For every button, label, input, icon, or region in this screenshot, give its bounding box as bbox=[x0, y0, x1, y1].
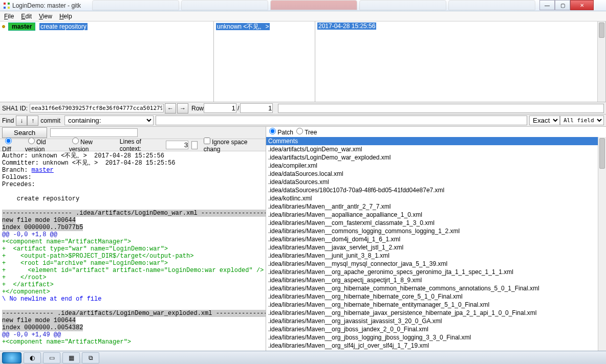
commit-graph-panel[interactable]: master create repository bbox=[0, 21, 214, 102]
diff-radio[interactable]: Diff bbox=[2, 138, 22, 153]
row-current-input[interactable] bbox=[204, 103, 236, 113]
close-button[interactable]: ✕ bbox=[570, 0, 594, 10]
old-version-radio[interactable]: Old version bbox=[25, 138, 66, 153]
file-list-item[interactable]: .idea/libraries/Maven__org_aspectj_aspec… bbox=[266, 276, 606, 284]
lines-of-context-input[interactable] bbox=[166, 141, 188, 149]
file-list-item[interactable]: .idea/libraries/Maven__org_slf4j_jcl_ove… bbox=[266, 342, 606, 350]
branch-link[interactable]: master bbox=[32, 167, 54, 174]
nav-back-button[interactable]: ← bbox=[165, 103, 176, 113]
file-list-header[interactable]: Comments bbox=[266, 137, 606, 145]
menu-edit[interactable]: Edit bbox=[21, 13, 32, 20]
find-next-button[interactable]: ↓ bbox=[16, 116, 27, 126]
lines-of-context-label: Lines of context: bbox=[120, 138, 163, 152]
minimize-button[interactable]: — bbox=[539, 0, 555, 10]
file-list-item[interactable]: .idea/artifacts/LoginDemo_war.xml bbox=[266, 145, 606, 153]
task-gitk-icon[interactable]: ⧉ bbox=[82, 352, 99, 363]
file-list-item[interactable]: .idea/libraries/Maven__org_hibernate_hib… bbox=[266, 301, 606, 309]
sha-extra-field[interactable] bbox=[278, 104, 604, 113]
diff-view[interactable]: Author: unknown <不见。> 2017-04-28 15:25:5… bbox=[0, 151, 266, 351]
file-list-item[interactable]: .idea/libraries/Maven__mysql_mysql_conne… bbox=[266, 260, 606, 268]
nav-forward-button[interactable]: → bbox=[177, 103, 188, 113]
file-list-pane: Patch Tree Comments .idea/artifacts/Logi… bbox=[266, 127, 606, 351]
commit-dot-icon bbox=[2, 25, 5, 28]
tree-radio[interactable]: Tree bbox=[296, 128, 317, 136]
commit-panels: master create repository unknown <不见。> 2… bbox=[0, 21, 606, 102]
search-button[interactable]: Search bbox=[2, 127, 47, 138]
diff-options-row: Diff Old version New version Lines of co… bbox=[0, 139, 266, 151]
svg-rect-0 bbox=[4, 3, 6, 5]
find-prev-button[interactable]: ↑ bbox=[27, 116, 38, 126]
sha-label: SHA1 ID: bbox=[2, 105, 28, 112]
find-label: Find bbox=[2, 117, 14, 124]
row-sep: / bbox=[237, 105, 239, 112]
start-button[interactable] bbox=[2, 352, 21, 363]
file-list-item[interactable]: .idea/artifacts/LoginDemo_war_exploded.x… bbox=[266, 153, 606, 162]
find-mode-select[interactable]: containing: bbox=[64, 116, 154, 125]
menu-file[interactable]: File bbox=[4, 13, 14, 20]
file-list-item[interactable]: .idea/libraries/Maven__org_hibernate_hib… bbox=[266, 292, 606, 301]
file-list-item[interactable]: .idea/dataSources.xml bbox=[266, 178, 606, 186]
task-chrome-icon[interactable]: ◐ bbox=[24, 352, 41, 363]
file-list-item[interactable]: .idea/libraries/Maven__javax_servlet_jst… bbox=[266, 243, 606, 252]
menubar: File Edit View Help bbox=[0, 11, 606, 21]
titlebar: LoginDemo: master - gitk — ▢ ✕ bbox=[0, 0, 606, 11]
file-list-item[interactable]: .idea/kotlinc.xml bbox=[266, 194, 606, 202]
date-cell: 2017-04-28 15:25:56 bbox=[317, 22, 376, 30]
diff-pane: Search Diff Old version New version Line… bbox=[0, 127, 266, 351]
find-match-select[interactable]: Exact bbox=[529, 116, 560, 125]
find-row: Find ↓ ↑ commit containing: Exact All fi… bbox=[0, 115, 606, 127]
author-panel[interactable]: unknown <不见。> bbox=[214, 21, 315, 102]
svg-rect-2 bbox=[4, 7, 6, 9]
commit-message[interactable]: create repository bbox=[39, 23, 87, 30]
row-label: Row bbox=[191, 105, 204, 112]
menu-view[interactable]: View bbox=[39, 13, 52, 20]
file-list-item[interactable]: .idea/dataSources/180c107d-70a9-48f6-bd0… bbox=[266, 186, 606, 194]
file-list-item[interactable]: .idea/libraries/Maven__aopalliance_aopal… bbox=[266, 211, 606, 219]
file-list-item[interactable]: .idea/compiler.xml bbox=[266, 162, 606, 170]
file-list-item[interactable]: .idea/libraries/Maven__org_hibernate_com… bbox=[266, 284, 606, 292]
row-total-input[interactable] bbox=[240, 103, 273, 113]
sha-input[interactable] bbox=[30, 104, 164, 112]
menu-help[interactable]: Help bbox=[59, 13, 72, 20]
file-list-item[interactable]: .idea/libraries/Maven__org_jboss_jandex_… bbox=[266, 325, 606, 333]
file-list-item[interactable]: .idea/libraries/Maven__commons_logging_c… bbox=[266, 227, 606, 235]
task-app-icon[interactable]: ▦ bbox=[62, 352, 80, 363]
task-explorer-icon[interactable]: ▭ bbox=[43, 352, 60, 363]
find-text-input[interactable] bbox=[156, 116, 527, 125]
author-cell: unknown <不见。> bbox=[216, 23, 270, 30]
file-list-item[interactable]: .idea/libraries/Maven__antlr_antlr_2_7_7… bbox=[266, 202, 606, 211]
svg-rect-3 bbox=[8, 7, 10, 9]
window-title: LoginDemo: master - gitk bbox=[12, 2, 81, 9]
file-list-item[interactable]: .idea/libraries/Maven__com_fasterxml_cla… bbox=[266, 219, 606, 227]
svg-rect-1 bbox=[8, 3, 10, 5]
file-list-item[interactable]: .idea/libraries/Maven__org_apache_geroni… bbox=[266, 268, 606, 276]
date-panel[interactable]: 2017-04-28 15:25:56 bbox=[315, 21, 606, 102]
file-list-item[interactable]: .idea/libraries/Maven__org_jboss_logging… bbox=[266, 333, 606, 342]
ignore-space-checkbox[interactable]: Ignore space chang bbox=[204, 138, 264, 153]
file-list-item[interactable]: .idea/libraries/Maven__dom4j_dom4j_1_6_1… bbox=[266, 235, 606, 243]
taskbar: ◐ ▭ ▦ ⧉ bbox=[0, 351, 606, 364]
find-fields-select[interactable]: All fields bbox=[560, 116, 604, 125]
scrollbar[interactable] bbox=[597, 21, 605, 102]
file-list-item[interactable]: .idea/libraries/Maven__org_javassist_jav… bbox=[266, 317, 606, 325]
gitk-icon bbox=[3, 2, 10, 9]
file-list-item[interactable]: .idea/dataSources.local.xml bbox=[266, 170, 606, 178]
file-list[interactable]: Comments .idea/artifacts/LoginDemo_war.x… bbox=[266, 137, 606, 351]
background-tabs bbox=[92, 0, 537, 10]
new-version-radio[interactable]: New version bbox=[69, 138, 113, 153]
patch-radio[interactable]: Patch bbox=[269, 128, 293, 136]
maximize-button[interactable]: ▢ bbox=[555, 0, 570, 10]
find-commit-label: commit bbox=[40, 117, 60, 124]
file-list-item[interactable]: .idea/libraries/Maven__org_hibernate_jav… bbox=[266, 309, 606, 317]
branch-tag[interactable]: master bbox=[8, 22, 35, 31]
view-mode-row: Patch Tree bbox=[266, 127, 606, 137]
search-field[interactable] bbox=[50, 128, 138, 137]
spinner-icon[interactable] bbox=[191, 141, 198, 149]
file-list-item[interactable]: .idea/libraries/Maven__junit_junit_3_8_1… bbox=[266, 252, 606, 260]
file-list-scrollbar[interactable] bbox=[598, 137, 606, 351]
sha-row: SHA1 ID: ← → Row / bbox=[0, 102, 606, 115]
